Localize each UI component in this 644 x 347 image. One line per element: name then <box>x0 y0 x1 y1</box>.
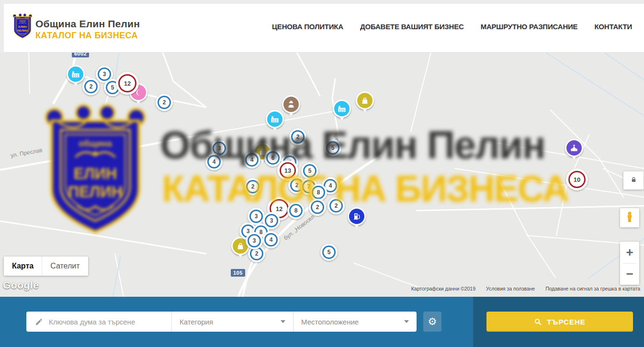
zoom-out-button[interactable]: − <box>620 263 639 285</box>
lock-icon <box>630 176 637 186</box>
map-cluster-marker[interactable]: 10 <box>566 168 588 190</box>
cluster-count: 12 <box>124 80 131 87</box>
cluster-count: 8 <box>294 207 298 214</box>
map-cluster-marker[interactable]: 5 <box>324 139 341 157</box>
page: 6002105ул. Преславбул. „Новоселции"32512… <box>0 0 644 347</box>
cluster-count: 2 <box>163 99 166 106</box>
attribution-link[interactable]: Подаване на сигнал за грешка в картата <box>545 286 640 291</box>
map-cluster-marker[interactable]: 2 <box>328 197 345 214</box>
category-dropdown-label: Категория <box>180 318 213 326</box>
cluster-count: 12 <box>276 205 282 213</box>
cluster-count: 6 <box>271 155 275 161</box>
cluster-count: 5 <box>111 84 114 91</box>
fuel-icon <box>349 209 364 224</box>
church-icon <box>566 140 582 156</box>
map-cluster-marker[interactable]: 2 <box>156 94 173 111</box>
search-button[interactable]: ТЪРСЕНЕ <box>486 312 633 332</box>
map-cluster-marker[interactable]: 2 <box>82 78 100 95</box>
map-objects: 6002105ул. Преславбул. „Новоселции"32512… <box>0 53 644 297</box>
cluster-count: 3 <box>255 213 258 220</box>
cluster-count: 5 <box>308 168 312 174</box>
map-cluster-marker[interactable]: 3 <box>246 232 263 249</box>
worker-icon <box>283 97 299 112</box>
road-badge: 6002 <box>72 53 89 57</box>
gear-icon: ⚙ <box>428 317 437 327</box>
map-pin-bag[interactable] <box>356 91 374 110</box>
search-button-label: ТЪРСЕНЕ <box>547 318 586 326</box>
keyword-search-input[interactable] <box>49 318 166 326</box>
cluster-count: 4 <box>213 158 216 165</box>
keyword-field-wrap <box>26 312 171 332</box>
cluster-count: 4 <box>250 157 254 163</box>
factory-icon <box>267 112 282 127</box>
cluster-count: 2 <box>255 250 259 257</box>
nav-item-3[interactable]: МАРШРУТНО РАЗПИСАНИЕ <box>481 22 578 31</box>
google-logo[interactable]: Google <box>3 280 39 291</box>
map-attribution: Картографски данни ©2019Условия за ползв… <box>411 286 640 291</box>
map-cluster-marker[interactable]: 2 <box>244 178 261 195</box>
page-edge-left <box>0 0 4 53</box>
attribution-text: Картографски данни ©2019 <box>411 286 475 291</box>
cluster-count: 2 <box>295 182 299 189</box>
map-cluster-marker[interactable]: 4 <box>243 151 260 168</box>
search-icon <box>534 318 542 326</box>
cluster-count: 8 <box>317 189 320 196</box>
map-cluster-marker[interactable]: 2 <box>309 199 326 216</box>
cluster-count: 4 <box>270 236 273 243</box>
cluster-count: 2 <box>335 202 338 209</box>
map-pin-factory[interactable] <box>333 100 351 118</box>
map-pin-fuel[interactable] <box>348 207 366 225</box>
cluster-count: 3 <box>270 217 273 224</box>
map-cluster-marker[interactable]: 12 <box>116 72 139 95</box>
nav-item-4[interactable]: КОНТАКТИ <box>594 22 632 31</box>
pencil-icon <box>35 318 43 326</box>
map-pin-factory[interactable] <box>266 110 284 128</box>
road-badge: 105 <box>231 269 245 277</box>
map-cluster-marker[interactable]: 4 <box>205 153 223 170</box>
cluster-count: 3 <box>253 237 256 244</box>
advanced-search-button[interactable]: ⚙ <box>423 312 441 332</box>
category-dropdown[interactable]: Категория <box>171 312 293 332</box>
cluster-count: 5 <box>328 249 331 256</box>
map-cluster-marker[interactable]: 4 <box>262 231 280 248</box>
cluster-count: 2 <box>316 204 319 211</box>
map-type-map-button[interactable]: Карта <box>4 257 42 276</box>
map-cluster-marker[interactable]: 5 <box>320 244 338 261</box>
zoom-control: + − <box>620 242 639 285</box>
cluster-count: 2 <box>251 183 255 190</box>
nav-item-1[interactable]: ЦЕНОВА ПОЛИТИКА <box>272 22 343 31</box>
bag-icon <box>357 93 373 108</box>
map-pin-factory[interactable] <box>67 65 85 83</box>
attribution-link[interactable]: Условия за ползване <box>486 286 535 291</box>
street-view-lock-button[interactable] <box>623 171 644 190</box>
pegman-icon <box>624 211 635 225</box>
factory-icon <box>334 101 350 116</box>
zoom-in-button[interactable]: + <box>620 242 639 263</box>
cluster-count: 13 <box>284 167 291 174</box>
pegman-button[interactable] <box>620 208 639 227</box>
cluster-count: 10 <box>574 176 580 183</box>
map-canvas[interactable]: 6002105ул. Преславбул. „Новоселции"32512… <box>0 53 644 297</box>
map-type-satellite-button[interactable]: Сателит <box>42 257 88 276</box>
cluster-count: 5 <box>331 145 335 151</box>
map-cluster-marker[interactable]: 5 <box>301 162 318 179</box>
cluster-count: 3 <box>103 71 106 78</box>
map-cluster-marker[interactable]: 2 <box>289 128 306 146</box>
nav-item-2[interactable]: ДОБАВЕТЕ ВАШИЯТ БИЗНЕС <box>360 22 464 31</box>
site-title: Община Елин Пелин <box>35 18 140 30</box>
chevron-down-icon <box>281 320 285 323</box>
cluster-count: 4 <box>329 182 332 189</box>
header: Община Елин Пелин КАТАЛОГ НА БИЗНЕСА ЦЕН… <box>0 0 644 53</box>
search-bar: ТЪРСЕНЕ Категория Местоположение ⚙ <box>0 297 644 347</box>
location-dropdown[interactable]: Местоположение <box>293 312 417 332</box>
map-cluster-marker[interactable]: 8 <box>287 202 305 219</box>
chevron-down-icon <box>404 320 409 323</box>
map-pin-worker[interactable] <box>282 95 300 113</box>
map-type-control: Карта Сателит <box>4 257 88 276</box>
search-group: Категория Местоположение <box>26 312 417 332</box>
map-pin-church[interactable] <box>565 139 583 157</box>
cluster-count: 2 <box>296 134 300 140</box>
site-title-block: Община Елин Пелин КАТАЛОГ НА БИЗНЕСА <box>35 18 140 41</box>
municipality-logo[interactable] <box>12 12 33 40</box>
cluster-count: 3 <box>218 145 221 152</box>
